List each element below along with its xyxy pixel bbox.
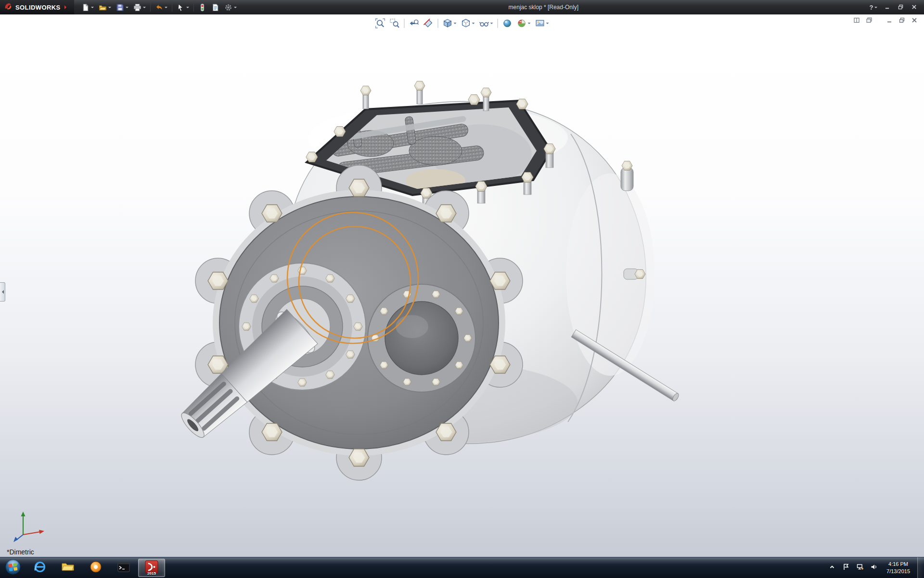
toolbar-separator xyxy=(438,19,438,28)
minimize-button[interactable] xyxy=(881,2,893,13)
cascade-panes-icon xyxy=(866,17,872,25)
open-folder-icon xyxy=(99,3,107,12)
solidworks-menu[interactable]: SOLIDWORKS xyxy=(0,0,74,14)
doc-minimize-icon xyxy=(886,17,892,25)
display-style-icon xyxy=(461,18,471,28)
open-button[interactable] xyxy=(97,1,113,13)
internet-explorer-icon xyxy=(33,560,47,576)
solidworks-app-icon xyxy=(144,560,159,576)
taskbar-command-prompt[interactable] xyxy=(110,559,137,577)
undo-button[interactable] xyxy=(153,1,169,13)
system-tray: 4:16 PM 7/13/2015 xyxy=(827,557,924,578)
restore-icon xyxy=(898,4,903,11)
save-disk-icon xyxy=(116,3,124,12)
edit-appearance-button[interactable] xyxy=(500,17,514,29)
zoom-to-fit-button[interactable] xyxy=(373,17,387,29)
action-center-button[interactable] xyxy=(841,561,851,575)
toolbar-separator xyxy=(172,3,172,12)
close-button[interactable] xyxy=(908,2,920,13)
start-button[interactable] xyxy=(0,557,26,578)
clock-time: 4:16 PM xyxy=(886,561,910,567)
select-cursor-icon xyxy=(177,3,185,12)
view-settings-button[interactable] xyxy=(533,17,551,29)
new-button[interactable] xyxy=(79,1,96,13)
cascade-panes-button[interactable] xyxy=(864,16,874,25)
restore-button[interactable] xyxy=(894,2,907,13)
featuremanager-collapsed-tab[interactable] xyxy=(0,282,5,302)
dropdown-arrow-icon xyxy=(91,7,94,10)
flag-icon xyxy=(842,563,850,572)
display-style-button[interactable] xyxy=(459,17,477,29)
zoom-to-fit-icon xyxy=(375,18,385,28)
view-settings-icon xyxy=(535,18,545,28)
dropdown-arrow-icon xyxy=(546,23,549,26)
taskbar-media-player[interactable] xyxy=(82,559,109,577)
rebuild-button[interactable] xyxy=(196,1,208,13)
taskbar-windows-explorer[interactable] xyxy=(54,559,81,577)
close-icon xyxy=(911,4,917,11)
taskbar-clock[interactable]: 4:16 PM 7/13/2015 xyxy=(883,561,914,575)
toolbar-separator xyxy=(150,3,151,12)
graphics-area[interactable]: *Dimetric xyxy=(0,14,924,557)
doc-restore-button[interactable] xyxy=(897,16,907,25)
media-player-icon xyxy=(89,560,103,576)
save-button[interactable] xyxy=(114,1,130,13)
undo-arrow-icon xyxy=(155,3,163,12)
chevron-up-icon xyxy=(828,563,836,572)
network-icon xyxy=(856,563,864,572)
window-controls: ? xyxy=(867,2,924,13)
view-orientation-button[interactable] xyxy=(441,17,459,29)
window-title: menjac sklop * [Read-Only] xyxy=(239,4,867,11)
orientation-triad xyxy=(13,507,48,542)
printer-icon xyxy=(133,3,141,12)
toolbar-separator xyxy=(193,3,194,12)
select-button[interactable] xyxy=(175,1,191,13)
options-gear-icon xyxy=(224,3,232,12)
dropdown-arrow-icon xyxy=(874,7,877,10)
edit-appearance-sphere-icon xyxy=(502,18,513,28)
show-desktop-button[interactable] xyxy=(917,557,924,578)
help-icon: ? xyxy=(870,4,873,11)
folder-icon xyxy=(61,560,75,576)
dropdown-arrow-icon xyxy=(165,7,167,10)
apply-scene-button[interactable] xyxy=(515,17,533,29)
windows-taskbar: 2015 4:16 PM 7/13/2015 xyxy=(0,557,924,578)
titlebar: SOLIDWORKS xyxy=(0,0,924,14)
print-button[interactable] xyxy=(131,1,148,13)
file-properties-button[interactable] xyxy=(209,1,221,13)
brand-name: SOLIDWORKS xyxy=(15,4,61,11)
dropdown-arrow-icon xyxy=(490,23,493,26)
apply-scene-sphere-icon xyxy=(517,18,527,28)
hide-show-items-button[interactable] xyxy=(477,17,495,29)
previous-view-button[interactable] xyxy=(407,17,421,29)
clock-date: 7/13/2015 xyxy=(886,568,910,575)
standard-toolbar xyxy=(74,0,239,14)
minimize-icon xyxy=(885,4,890,11)
zoom-to-area-button[interactable] xyxy=(388,17,402,29)
doc-close-button[interactable] xyxy=(910,16,919,25)
orientation-label: *Dimetric xyxy=(7,548,34,556)
taskbar-internet-explorer[interactable] xyxy=(26,559,53,577)
help-button[interactable]: ? xyxy=(867,2,880,13)
doc-minimize-button[interactable] xyxy=(885,16,894,25)
section-view-button[interactable] xyxy=(422,17,436,29)
heads-up-view-toolbar xyxy=(373,17,551,29)
tile-panes-button[interactable] xyxy=(852,16,861,25)
volume-button[interactable] xyxy=(869,561,879,575)
flyout-arrow-icon xyxy=(0,290,4,294)
file-properties-icon xyxy=(211,3,219,12)
show-hidden-icons-button[interactable] xyxy=(827,561,837,575)
doc-close-icon xyxy=(911,17,917,25)
toolbar-separator xyxy=(498,19,498,28)
dropdown-arrow-icon xyxy=(528,23,531,26)
view-orientation-cube-icon xyxy=(443,18,453,28)
toolbar-separator xyxy=(404,19,405,28)
speaker-icon xyxy=(870,563,878,572)
dropdown-arrow-icon xyxy=(472,23,475,26)
taskbar-solidworks-2015[interactable]: 2015 xyxy=(138,559,165,577)
menu-expand-arrow-icon[interactable] xyxy=(64,5,68,9)
options-button[interactable] xyxy=(222,1,239,13)
gearbox-model[interactable] xyxy=(0,14,924,557)
command-prompt-icon xyxy=(116,560,131,576)
network-status-button[interactable] xyxy=(855,561,865,575)
